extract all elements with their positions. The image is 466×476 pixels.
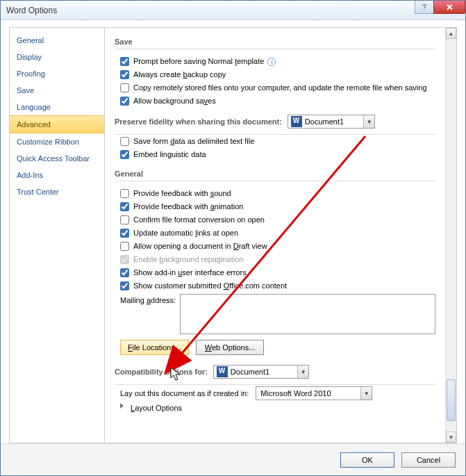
vertical-scrollbar[interactable]: ▲ ▼: [445, 28, 456, 443]
opt-save-form-data: Save form data as delimited text file: [115, 135, 435, 148]
section-preserve-header: Preserve fidelity when sharing this docu…: [115, 112, 435, 135]
lbl-save-form-data: Save form data as delimited text file: [133, 136, 254, 147]
chk-confirm-conv[interactable]: [120, 215, 129, 224]
sidebar-item-addins[interactable]: Add-Ins: [10, 167, 104, 183]
close-button[interactable]: ✕: [433, 1, 465, 14]
opt-copy-remote: Copy remotely stored files onto your com…: [115, 81, 435, 95]
chk-draft-view[interactable]: [120, 242, 129, 251]
sidebar-item-qat[interactable]: Quick Access Toolbar: [10, 150, 104, 167]
opt-bg-saves: Allow background saves: [115, 95, 435, 108]
lbl-fb-anim: Provide feedback with animation: [133, 202, 243, 212]
word-icon: [217, 366, 228, 377]
ok-button[interactable]: OK: [340, 452, 394, 468]
help-button[interactable]: ?: [415, 1, 434, 14]
chk-fb-anim[interactable]: [120, 202, 129, 211]
scroll-down-button[interactable]: ▼: [446, 432, 456, 443]
chevron-down-icon[interactable]: ▼: [360, 387, 372, 400]
compat-doc-select[interactable]: Document1 ▼: [213, 365, 309, 379]
opt-upd-links: Update automatic links at open: [115, 227, 435, 240]
opt-bg-repag: Enable background repagination: [115, 253, 435, 266]
sidebar-item-trust-center[interactable]: Trust Center: [10, 183, 104, 200]
opt-confirm-conv: Confirm file format conversion on open: [115, 213, 435, 227]
lbl-prompt-normal: Prompt before saving Normal template i: [133, 56, 276, 67]
chk-prompt-normal[interactable]: [120, 57, 129, 66]
opt-embed-ling: Embed linguistic data: [115, 148, 435, 161]
category-sidebar: General Display Proofing Save Language A…: [9, 27, 105, 443]
mailing-address-row: Mailing address:: [115, 293, 435, 336]
cancel-button[interactable]: Cancel: [401, 452, 456, 468]
layout-options-expander[interactable]: Layout Options: [115, 402, 435, 415]
word-icon: [291, 116, 302, 127]
preserve-doc-value: Document1: [305, 117, 363, 126]
lbl-fb-sound: Provide feedback with sound: [133, 188, 231, 199]
layout-as-value: Microsoft Word 2010: [256, 388, 360, 399]
lbl-mailing-address: Mailing address:: [120, 294, 176, 306]
opt-prompt-normal: Prompt before saving Normal template i: [115, 55, 435, 68]
preserve-doc-select[interactable]: Document1 ▼: [288, 115, 375, 129]
compat-doc-value: Document1: [231, 368, 297, 376]
opt-fb-sound: Provide feedback with sound: [115, 187, 435, 200]
chk-upd-links[interactable]: [120, 229, 129, 238]
chevron-down-icon[interactable]: ▼: [297, 366, 308, 378]
section-general-title: General: [115, 165, 435, 181]
lbl-embed-ling: Embed linguistic data: [133, 149, 206, 160]
lbl-bg-saves: Allow background saves: [133, 96, 216, 106]
lbl-draft-view: Allow opening a document in Draft view: [133, 241, 267, 252]
dialog-footer: OK Cancel: [1, 443, 465, 475]
sidebar-item-language[interactable]: Language: [10, 99, 104, 115]
general-buttons: File Locations... Web Options...: [115, 336, 435, 362]
layout-as-select[interactable]: Microsoft Word 2010 ▼: [256, 386, 372, 400]
chk-bg-saves[interactable]: [120, 97, 129, 106]
lbl-office-com: Show customer submitted Office.com conte…: [133, 281, 287, 291]
layout-as-row: Lay out this document as if created in: …: [115, 385, 435, 402]
lbl-bg-repag: Enable background repagination: [133, 254, 243, 265]
sidebar-item-display[interactable]: Display: [10, 49, 104, 65]
lbl-layout-options: Layout Options: [131, 403, 182, 413]
chevron-down-icon[interactable]: ▼: [363, 115, 374, 128]
opt-fb-anim: Provide feedback with animation: [115, 200, 435, 213]
chk-save-form-data[interactable]: [120, 137, 129, 146]
lbl-addin-err: Show add-in user interface errors: [133, 268, 247, 278]
chk-backup-copy[interactable]: [120, 70, 129, 79]
word-options-window: Word Options ? ✕ General Display Proofin…: [0, 0, 466, 476]
expand-arrow-icon: [120, 403, 124, 409]
opt-backup-copy: Always create backup copy: [115, 68, 435, 81]
lbl-copy-remote: Copy remotely stored files onto your com…: [133, 83, 427, 93]
lbl-backup-copy: Always create backup copy: [133, 69, 226, 80]
chk-office-com[interactable]: [120, 281, 129, 290]
content-pane: Save Prompt before saving Normal templat…: [105, 27, 457, 443]
chk-copy-remote[interactable]: [120, 83, 129, 92]
web-options-button[interactable]: Web Options...: [196, 340, 264, 355]
opt-office-com: Show customer submitted Office.com conte…: [115, 279, 435, 293]
scroll-up-button[interactable]: ▲: [446, 28, 456, 39]
opt-draft-view: Allow opening a document in Draft view: [115, 240, 435, 253]
lbl-upd-links: Update automatic links at open: [133, 228, 238, 238]
sidebar-item-advanced[interactable]: Advanced: [10, 115, 104, 133]
sidebar-item-general[interactable]: General: [10, 32, 104, 49]
sidebar-item-save[interactable]: Save: [10, 82, 104, 99]
chk-fb-sound[interactable]: [120, 189, 129, 198]
dialog-body: General Display Proofing Save Language A…: [1, 20, 465, 443]
window-title: Word Options: [6, 6, 57, 15]
section-compat-title: Compatibility options for:: [115, 368, 208, 376]
section-save-title: Save: [115, 33, 435, 49]
mailing-address-input[interactable]: [180, 294, 435, 334]
file-locations-button[interactable]: File Locations...: [120, 340, 189, 355]
chk-bg-repag: [120, 255, 129, 264]
lbl-layout-as: Lay out this document as if created in:: [120, 388, 249, 399]
opt-addin-err: Show add-in user interface errors: [115, 266, 435, 279]
titlebar: Word Options ? ✕: [1, 1, 465, 20]
scroll-thumb[interactable]: [447, 379, 456, 421]
lbl-confirm-conv: Confirm file format conversion on open: [133, 215, 265, 225]
sidebar-item-proofing[interactable]: Proofing: [10, 65, 104, 82]
section-preserve-title: Preserve fidelity when sharing this docu…: [115, 117, 282, 126]
chk-embed-ling[interactable]: [120, 150, 129, 159]
sidebar-item-customize-ribbon[interactable]: Customize Ribbon: [10, 133, 104, 150]
info-icon[interactable]: i: [267, 58, 276, 66]
content-scroll: Save Prompt before saving Normal templat…: [105, 28, 445, 443]
section-compat-header: Compatibility options for: Document1 ▼: [115, 362, 435, 385]
chk-addin-err[interactable]: [120, 268, 129, 277]
window-controls: ? ✕: [415, 1, 465, 15]
